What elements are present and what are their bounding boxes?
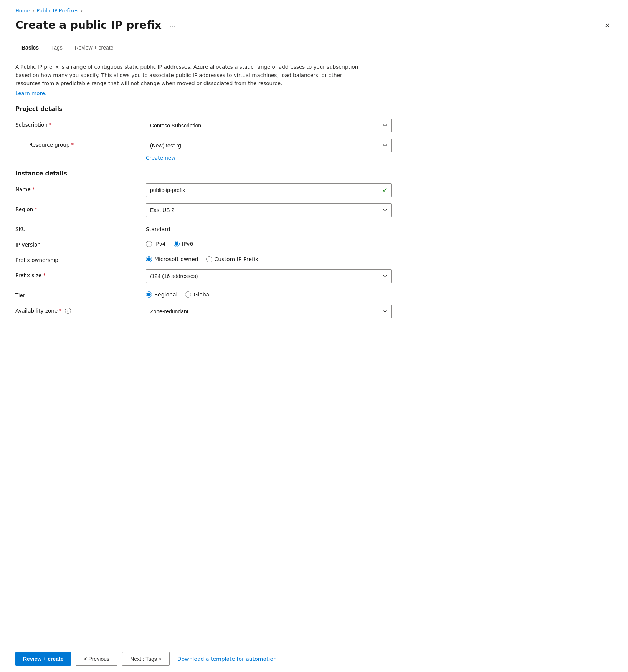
name-row: Name * ✓ [15,183,613,197]
ip-version-row: IP version IPv4 IPv6 [15,238,613,248]
availability-zone-info-icon[interactable]: i [65,308,71,314]
resource-group-required: * [71,142,74,147]
breadcrumb-sep-1: › [32,8,34,13]
breadcrumb: Home › Public IP Prefixes › [15,8,613,13]
ip-version-radio-group: IPv4 IPv6 [146,238,392,247]
prefix-size-dropdown[interactable]: /124 (16 addresses)/120 (256 addresses)/… [146,269,392,283]
name-label: Name [15,186,31,192]
ip-version-label-col: IP version [15,238,146,248]
prefix-size-row: Prefix size * /124 (16 addresses)/120 (2… [15,269,613,283]
page-description: A Public IP prefix is a range of contigu… [15,63,369,88]
tier-regional-label[interactable]: Regional [154,291,177,298]
subscription-row: Subscription * Contoso Subscription [15,119,613,132]
availability-zone-dropdown[interactable]: Zone-redundant123No Zone [146,305,392,318]
ip-version-ipv6-option[interactable]: IPv6 [174,241,193,247]
tier-label-col: Tier [15,289,146,298]
prefix-ownership-custom-radio[interactable] [206,256,212,262]
subscription-label: Subscription [15,122,48,128]
ip-version-control: IPv4 IPv6 [146,238,392,247]
download-template-link[interactable]: Download a template for automation [177,656,277,662]
sku-label: SKU [15,226,26,232]
subscription-control: Contoso Subscription [146,119,392,132]
resource-group-control: (New) test-rg Create new [146,139,392,161]
resource-group-row: Resource group * (New) test-rg Create ne… [15,139,613,161]
subscription-required: * [49,122,52,127]
availability-zone-label: Availability zone [15,308,58,314]
name-control: ✓ [146,183,392,197]
region-label-col: Region * [15,203,146,212]
subscription-dropdown[interactable]: Contoso Subscription [146,119,392,132]
page-header: Create a public IP prefix ... × [15,19,613,31]
ip-version-ipv6-label[interactable]: IPv6 [182,241,193,247]
prefix-ownership-label-col: Prefix ownership [15,254,146,263]
prefix-ownership-label: Prefix ownership [15,257,58,263]
subscription-label-col: Subscription * [15,119,146,128]
ip-version-label: IP version [15,242,41,248]
prefix-ownership-control: Microsoft owned Custom IP Prefix [146,254,392,262]
prefix-ownership-microsoft-option[interactable]: Microsoft owned [146,256,198,262]
availability-zone-label-col: Availability zone * i [15,305,146,314]
tab-review-create[interactable]: Review + create [69,41,120,55]
create-new-link[interactable]: Create new [146,155,175,161]
footer: Review + create < Previous Next : Tags >… [0,646,628,672]
ip-version-ipv4-label[interactable]: IPv4 [154,241,166,247]
tier-global-label[interactable]: Global [193,291,211,298]
name-valid-icon: ✓ [383,186,388,194]
sku-control: Standard [146,223,392,232]
prefix-ownership-custom-label[interactable]: Custom IP Prefix [215,256,258,262]
review-create-button[interactable]: Review + create [15,652,71,666]
tier-global-option[interactable]: Global [185,291,211,298]
next-button[interactable]: Next : Tags > [122,652,170,666]
prefix-ownership-row: Prefix ownership Microsoft owned Custom … [15,254,613,263]
region-control: East US 2 [146,203,392,217]
tab-tags[interactable]: Tags [45,41,69,55]
availability-zone-required: * [59,308,62,313]
breadcrumb-public-ip-prefixes[interactable]: Public IP Prefixes [36,8,78,13]
page-title: Create a public IP prefix [15,19,162,31]
tier-control: Regional Global [146,289,392,298]
sku-value: Standard [146,223,392,232]
tier-global-radio[interactable] [185,291,191,298]
ellipsis-button[interactable]: ... [166,20,178,31]
tier-radio-group: Regional Global [146,289,392,298]
tier-label: Tier [15,292,25,298]
tab-basics[interactable]: Basics [15,41,45,55]
ip-version-ipv4-radio[interactable] [146,241,152,247]
tier-regional-option[interactable]: Regional [146,291,177,298]
prefix-size-label: Prefix size [15,272,41,278]
region-label: Region [15,206,33,212]
resource-group-dropdown[interactable]: (New) test-rg [146,139,392,152]
name-input[interactable] [146,183,392,197]
prefix-size-required: * [43,272,46,278]
availability-zone-control: Zone-redundant123No Zone [146,305,392,318]
breadcrumb-sep-2: › [81,8,83,13]
name-input-wrapper: ✓ [146,183,392,197]
prefix-ownership-custom-option[interactable]: Custom IP Prefix [206,256,258,262]
name-required: * [32,186,35,192]
prefix-ownership-microsoft-radio[interactable] [146,256,152,262]
region-required: * [35,206,37,212]
prefix-size-control: /124 (16 addresses)/120 (256 addresses)/… [146,269,392,283]
learn-more-link[interactable]: Learn more. [15,90,46,96]
project-details-title: Project details [15,106,613,113]
prefix-size-label-col: Prefix size * [15,269,146,278]
availability-zone-row: Availability zone * i Zone-redundant123N… [15,305,613,318]
sku-label-col: SKU [15,223,146,232]
breadcrumb-home[interactable]: Home [15,8,30,13]
instance-details-title: Instance details [15,170,613,177]
close-button[interactable]: × [602,20,613,31]
tabs-container: Basics Tags Review + create [15,41,613,55]
resource-group-label: Resource group [29,142,69,148]
region-dropdown[interactable]: East US 2 [146,203,392,217]
resource-group-label-col: Resource group * [15,139,146,148]
sku-row: SKU Standard [15,223,613,232]
tier-row: Tier Regional Global [15,289,613,298]
page-title-row: Create a public IP prefix ... [15,19,178,31]
name-label-col: Name * [15,183,146,192]
ip-version-ipv4-option[interactable]: IPv4 [146,241,166,247]
region-row: Region * East US 2 [15,203,613,217]
ip-version-ipv6-radio[interactable] [174,241,180,247]
prefix-ownership-microsoft-label[interactable]: Microsoft owned [154,256,198,262]
previous-button[interactable]: < Previous [76,652,117,666]
tier-regional-radio[interactable] [146,291,152,298]
